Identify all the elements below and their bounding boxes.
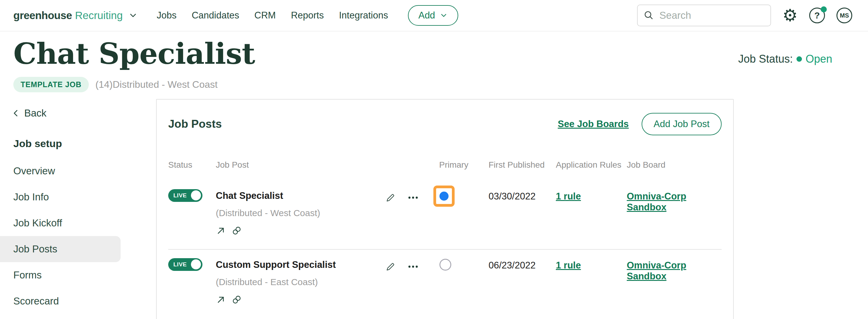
add-button-label: Add [418, 10, 435, 21]
live-status-toggle[interactable]: LIVE [168, 258, 203, 271]
sidebar-section-title: Job setup [0, 138, 146, 149]
add-job-post-button[interactable]: Add Job Post [642, 113, 722, 135]
status-dot-icon [797, 56, 802, 62]
application-rules-link[interactable]: 1 rule [556, 260, 581, 271]
column-header-primary: Primary [433, 160, 489, 170]
ellipsis-menu-icon[interactable] [407, 259, 420, 273]
job-board-link[interactable]: Omniva-Corp Sandbox [627, 191, 686, 212]
sidebar-item-interview-plan[interactable]: Interview Plan [0, 314, 121, 319]
chevron-down-icon [439, 11, 448, 20]
avatar[interactable]: MS [836, 7, 852, 23]
primary-radio-wrap [433, 185, 455, 207]
first-published-date: 06/23/2022 [489, 257, 556, 271]
job-posts-panel: Job Posts See Job Boards Add Job Post St… [156, 99, 734, 319]
job-board-link[interactable]: Omniva-Corp Sandbox [627, 260, 686, 281]
avatar-initials: MS [840, 12, 849, 19]
sidebar-item-job-posts[interactable]: Job Posts [0, 236, 121, 262]
nav-item-jobs[interactable]: Jobs [157, 10, 176, 21]
job-post-name: Chat Specialist [216, 188, 384, 201]
external-link-icon[interactable] [216, 294, 226, 305]
live-toggle-label: LIVE [173, 192, 191, 199]
sidebar-item-scorecard[interactable]: Scorecard [0, 288, 121, 314]
table-header-row: Status Job Post Primary First Published … [168, 160, 722, 181]
live-status-toggle[interactable]: LIVE [168, 189, 203, 202]
sidebar-item-job-info[interactable]: Job Info [0, 184, 121, 210]
job-post-name: Custom Support Specialist [216, 257, 384, 270]
sidebar-item-forms[interactable]: Forms [0, 262, 121, 288]
template-job-badge: TEMPLATE JOB [13, 77, 89, 92]
back-label: Back [24, 107, 46, 119]
nav-item-reports[interactable]: Reports [291, 10, 324, 21]
live-toggle-label: LIVE [173, 261, 191, 268]
job-status-value[interactable]: Open [806, 53, 832, 65]
column-header-status: Status [168, 160, 216, 170]
settings-gear-icon[interactable]: ⚙ [782, 7, 798, 24]
nav-item-integrations[interactable]: Integrations [339, 10, 388, 21]
nav-item-crm[interactable]: CRM [254, 10, 276, 21]
table-row: LIVE Custom Support Specialist (Distribu… [168, 249, 722, 318]
primary-radio[interactable] [439, 259, 451, 271]
see-job-boards-link[interactable]: See Job Boards [558, 119, 628, 130]
chevron-down-icon [128, 10, 138, 20]
column-header-job-board: Job Board [627, 160, 722, 170]
job-status-label: Job Status: [738, 53, 793, 65]
brand-logo: greenhouse [13, 9, 72, 22]
column-header-application-rules: Application Rules [556, 160, 627, 170]
primary-nav: Jobs Candidates CRM Reports Integrations [157, 10, 388, 21]
add-button[interactable]: Add [408, 5, 458, 26]
top-nav: greenhouse Recruiting Jobs Candidates CR… [0, 0, 868, 32]
sidebar-item-job-kickoff[interactable]: Job Kickoff [0, 210, 121, 236]
search-box[interactable] [637, 4, 771, 26]
panel-title: Job Posts [168, 118, 222, 131]
back-link[interactable]: Back [0, 107, 146, 119]
chevron-left-icon [12, 109, 20, 118]
notification-dot [821, 6, 827, 12]
application-rules-link[interactable]: 1 rule [556, 191, 581, 202]
search-icon [643, 10, 655, 21]
help-icon[interactable]: ? [809, 7, 825, 23]
toggle-knob [191, 259, 201, 269]
column-header-job-post: Job Post [216, 160, 384, 170]
copy-link-icon[interactable] [231, 225, 242, 236]
job-status: Job Status: Open [738, 53, 832, 65]
primary-radio-wrap [433, 257, 451, 272]
table-row: LIVE Chat Specialist (Distributed - West… [168, 181, 722, 249]
edit-pencil-icon[interactable] [384, 190, 396, 204]
page-header: Chat Specialist TEMPLATE JOB (14)Distrib… [0, 32, 868, 92]
sidebar-nav: Overview Job Info Job Kickoff Job Posts … [0, 158, 146, 319]
column-header-first-published: First Published [489, 160, 556, 170]
copy-link-icon[interactable] [231, 294, 242, 305]
edit-pencil-icon[interactable] [384, 259, 396, 273]
nav-item-candidates[interactable]: Candidates [191, 10, 239, 21]
page-title: Chat Specialist [13, 38, 255, 70]
sidebar: Back Job setup Overview Job Info Job Kic… [0, 99, 146, 319]
app-switcher[interactable]: greenhouse Recruiting [13, 9, 138, 22]
sidebar-item-overview[interactable]: Overview [0, 158, 121, 184]
primary-radio[interactable] [439, 191, 448, 201]
nav-utilities: ⚙ ? MS [637, 4, 852, 26]
brand-product: Recruiting [75, 9, 123, 22]
external-link-icon[interactable] [216, 225, 226, 236]
toggle-knob [191, 190, 201, 200]
search-input[interactable] [659, 10, 765, 21]
job-subtitle: (14)Distributed - West Coast [95, 79, 218, 90]
first-published-date: 03/30/2022 [489, 188, 556, 202]
job-post-location: (Distributed - East Coast) [216, 277, 384, 287]
ellipsis-menu-icon[interactable] [407, 190, 420, 204]
job-post-location: (Distributed - West Coast) [216, 208, 384, 218]
